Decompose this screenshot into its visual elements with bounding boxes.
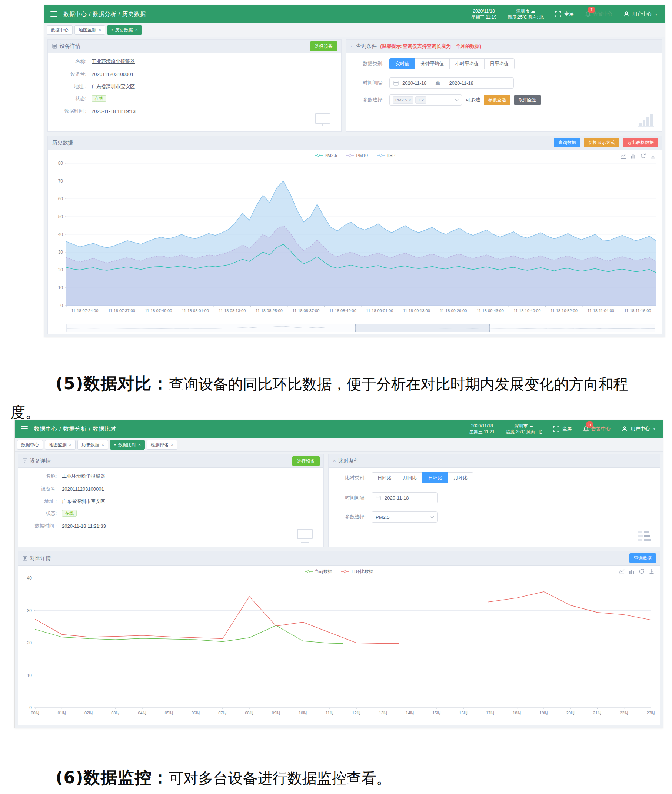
circle-icon: ○ [351, 44, 354, 49]
tab-data-center[interactable]: 数据中心 [17, 440, 43, 450]
fullscreen-button[interactable]: 全屏 [555, 11, 574, 18]
query-data-button[interactable]: 查询数据 [629, 553, 656, 563]
datazoom-window[interactable] [355, 324, 490, 332]
query-data-button[interactable]: 查询数据 [554, 138, 581, 147]
legend-item[interactable]: 当前数据 [304, 569, 332, 575]
date-input[interactable]: 2020-11-18 [371, 492, 437, 503]
legend-marker-icon [304, 570, 313, 573]
datazoom-slider[interactable] [66, 324, 655, 332]
svg-text:11-18 09:26:00: 11-18 09:26:00 [440, 308, 467, 313]
refresh-icon[interactable] [640, 153, 646, 159]
tab-map-monitor[interactable]: 地图监测× [74, 25, 105, 35]
tab-data-center[interactable]: 数据中心 [47, 25, 73, 35]
download-icon[interactable] [649, 569, 654, 574]
svg-text:50: 50 [58, 214, 63, 219]
legend-marker-icon [341, 570, 349, 573]
user-center[interactable]: 用户中心 ▾ [622, 425, 655, 432]
select-device-button[interactable]: 选择设备 [310, 42, 338, 51]
category-hour-avg[interactable]: 小时平均值 [450, 58, 485, 69]
svg-text:11-18 10:40:00: 11-18 10:40:00 [514, 308, 541, 313]
chevron-down-icon [430, 514, 434, 518]
tab-history-data[interactable]: ●历史数据× [107, 25, 142, 35]
category-realtime[interactable]: 实时值 [389, 58, 415, 69]
panel-title: 比对条件 [338, 458, 359, 464]
parameter-select[interactable]: PM2.5 [371, 511, 437, 522]
legend-item[interactable]: TSP [377, 153, 395, 158]
history-data-panel: 历史数据 查询数据 切换显示方式 导出表格数据 PM2.5PM10TSP 010… [47, 136, 662, 334]
compare-month-mom[interactable]: 月环比 [448, 472, 474, 483]
alarm-center[interactable]: 7 告警中心 [585, 11, 612, 18]
legend-marker-icon [346, 154, 354, 157]
legend-label: 当前数据 [315, 569, 332, 575]
datazoom-handle-right[interactable] [489, 326, 491, 330]
close-icon[interactable]: × [138, 443, 141, 447]
close-icon[interactable]: × [101, 443, 104, 447]
svg-text:11-18 09:43:00: 11-18 09:43:00 [477, 308, 504, 313]
category-minute-avg[interactable]: 分钟平均值 [415, 58, 450, 69]
user-center[interactable]: 用户中心 ▾ [624, 11, 657, 18]
document-icon [52, 44, 57, 48]
menu-icon[interactable] [50, 11, 58, 17]
tab-detection-rank[interactable]: 检测排名× [147, 440, 178, 450]
legend-label: 日环比数据 [351, 569, 373, 575]
category-day-avg[interactable]: 日平均值 [484, 58, 515, 69]
compare-detail-panel: 对比详情 查询数据 当前数据日环比数据 01020304000时01时02时03… [18, 551, 660, 725]
tab-data-compare[interactable]: ●数据比对× [110, 440, 145, 450]
document-icon [22, 556, 27, 561]
parameter-select[interactable]: PM2.5× + 2 [389, 94, 462, 105]
alarm-center[interactable]: 5 告警中心 [583, 425, 611, 432]
field-label: 设备号: [18, 486, 57, 492]
select-all-params-button[interactable]: 参数全选 [484, 95, 510, 105]
tab-history-data[interactable]: 历史数据× [77, 440, 108, 450]
fullscreen-button[interactable]: 全屏 [553, 425, 572, 432]
datazoom-handle-left[interactable] [355, 326, 356, 330]
monitor-icon [314, 113, 331, 128]
close-icon[interactable]: × [69, 443, 72, 447]
legend-item[interactable]: 日环比数据 [341, 569, 373, 575]
svg-text:10: 10 [58, 285, 63, 290]
cancel-all-params-button[interactable]: 取消全选 [514, 95, 541, 105]
svg-text:11-18 07:37:00: 11-18 07:37:00 [108, 308, 135, 313]
line-chart-icon[interactable] [620, 153, 626, 159]
svg-text:12时: 12时 [352, 711, 361, 715]
compare-month-yoy[interactable]: 月同比 [397, 472, 423, 483]
history-chart: 0102030405060708011-18 07:24:0011-18 07:… [49, 160, 661, 322]
chart-legend: PM2.5PM10TSP [48, 153, 662, 158]
svg-text:11-18 08:13:00: 11-18 08:13:00 [219, 308, 246, 313]
close-icon[interactable]: × [99, 28, 101, 32]
download-icon[interactable] [650, 153, 656, 159]
field-label: 比对类别: [334, 474, 366, 481]
close-icon[interactable]: × [135, 28, 138, 32]
bar-chart-icon[interactable] [630, 153, 636, 159]
field-label: 地址 : [48, 83, 86, 90]
svg-text:0: 0 [61, 303, 63, 308]
weather: 深圳市 ☁ 温度:25℃ 风向: 北 [506, 423, 542, 435]
bar-chart-icon[interactable] [629, 569, 635, 574]
select-device-button[interactable]: 选择设备 [292, 456, 320, 466]
circle-icon: ○ [333, 459, 336, 464]
line-chart-icon[interactable] [619, 569, 625, 574]
date-range-input[interactable]: 2020-11-18 至 2020-11-18 [389, 77, 514, 88]
svg-text:30: 30 [58, 249, 63, 255]
alarm-badge: 5 [586, 422, 594, 428]
close-icon[interactable]: × [409, 97, 411, 103]
legend-item[interactable]: PM10 [346, 153, 368, 158]
svg-text:06时: 06时 [192, 711, 200, 715]
legend-item[interactable]: PM2.5 [315, 153, 338, 158]
caption-data-monitor: (6)数据监控：可对多台设备进行数据监控查看。 [10, 764, 637, 792]
export-table-button[interactable]: 导出表格数据 [623, 138, 658, 147]
compare-day-mom[interactable]: 日环比 [422, 472, 448, 483]
refresh-icon[interactable] [638, 569, 645, 574]
svg-text:40: 40 [58, 232, 63, 237]
device-id: 2020111203100001 [62, 486, 104, 492]
switch-display-button[interactable]: 切换显示方式 [584, 138, 619, 147]
param-tag-pm25[interactable]: PM2.5× [393, 96, 413, 104]
close-icon[interactable]: × [171, 443, 173, 447]
panel-title: 查询条件 [356, 43, 377, 50]
device-details-panel: 设备详情 选择设备 名称:工业环境粉尘报警器 设备号:2020111203100… [47, 39, 342, 132]
legend-marker-icon [377, 154, 385, 157]
query-conditions-panel: ○ 查询条件 (温馨提示:查询仅支持查询长度为一个月的数据) 数据类别: 实时值… [346, 39, 662, 132]
menu-icon[interactable] [21, 426, 28, 431]
compare-day-yoy[interactable]: 日同比 [371, 472, 397, 483]
tab-map-monitor[interactable]: 地图监测× [45, 440, 75, 450]
